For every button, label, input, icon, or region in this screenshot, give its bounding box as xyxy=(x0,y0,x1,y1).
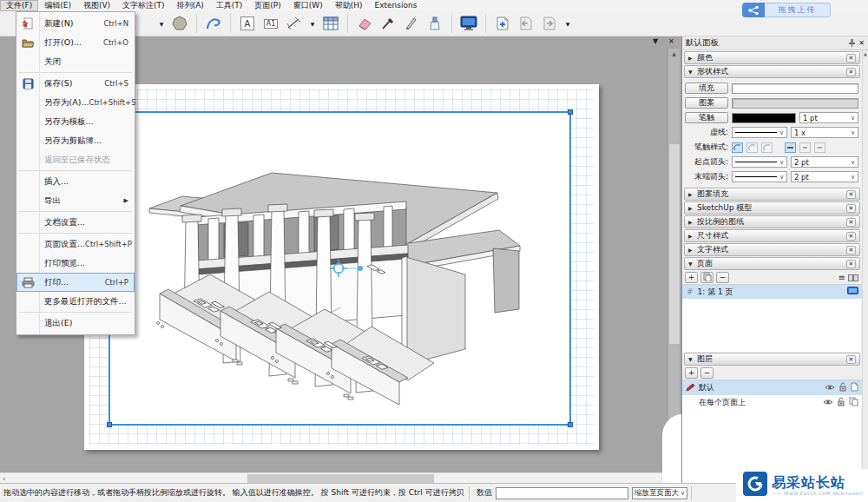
start-arrow-select[interactable]: ∨ xyxy=(732,156,787,168)
page-presentation-icon[interactable] xyxy=(847,287,858,297)
delete-layer-button[interactable]: − xyxy=(700,367,713,379)
scroll-left-icon[interactable]: ‹ xyxy=(3,473,6,483)
close-icon[interactable]: ✕ xyxy=(846,68,856,76)
drag-upload-button[interactable]: 拖拽上传 xyxy=(742,3,831,17)
menu-item-exit[interactable]: 退出(E) xyxy=(16,314,135,333)
section-scaled-drawing[interactable]: ▶ 按比例的图纸 ✕ xyxy=(684,215,860,228)
close-icon[interactable]: ✕ xyxy=(846,260,856,268)
stroke-style-miter-button[interactable] xyxy=(732,142,743,153)
stroke-width-select[interactable]: 1 pt ∨ xyxy=(799,112,858,123)
menu-item-new[interactable]: 新建(N) Ctrl+N xyxy=(16,14,135,33)
menu-file[interactable]: 文件(F) xyxy=(0,0,38,11)
page-icon[interactable] xyxy=(851,382,858,393)
menu-item-export[interactable]: 导出 ▶ xyxy=(16,191,135,210)
panel-scrollbar[interactable]: ▲ xyxy=(862,50,868,483)
scroll-up-icon[interactable]: ▲ xyxy=(668,49,680,56)
stroke-cap-round-button[interactable] xyxy=(799,142,811,153)
selection-handle-bottom-left[interactable] xyxy=(107,422,112,427)
presentation-view-icon[interactable] xyxy=(848,269,858,286)
fill-button[interactable]: 填充 xyxy=(685,83,728,94)
menu-pages[interactable]: 页面(P) xyxy=(248,0,286,11)
menu-text-annotation[interactable]: 文字标注(T) xyxy=(116,0,171,11)
pages-stack-icon[interactable] xyxy=(849,397,858,408)
dimension-tool-dropdown-icon[interactable]: ▼ xyxy=(308,21,317,27)
section-layers[interactable]: ▼ 图层 ✕ xyxy=(684,353,860,366)
menu-arrange[interactable]: 排列(A) xyxy=(171,0,210,11)
dash-scale-select[interactable]: 1 x ∨ xyxy=(791,127,858,138)
style-eyedropper-tool-button[interactable] xyxy=(378,14,398,33)
document-page[interactable] xyxy=(84,84,599,450)
lock-icon[interactable] xyxy=(838,382,847,393)
section-pattern-fill[interactable]: ▶ 图案填充 ✕ xyxy=(684,188,860,201)
circle-tool-dropdown-icon[interactable]: ▼ xyxy=(157,21,166,27)
presentation-tool-button[interactable] xyxy=(459,14,478,33)
pattern-button[interactable]: 图案 xyxy=(685,97,728,109)
stroke-button[interactable]: 笔触 xyxy=(685,112,728,123)
section-shape-style[interactable]: ▼ 形状样式 ✕ xyxy=(684,65,860,78)
next-page-button[interactable] xyxy=(540,14,559,33)
menu-item-save[interactable]: 保存(S) Ctrl+S xyxy=(16,74,135,93)
previous-page-button[interactable] xyxy=(516,14,536,33)
menu-item-page-setup[interactable]: 页面设置... Ctrl+Shift+P xyxy=(16,234,135,254)
end-arrow-select[interactable]: ∨ xyxy=(732,171,787,182)
canvas-horizontal-scrollbar[interactable]: ‹ › xyxy=(0,472,667,483)
fill-swatch[interactable] xyxy=(732,83,858,94)
stroke-cap-flat-button[interactable] xyxy=(785,142,796,153)
section-dimension-style[interactable]: ▶ 尺寸样式 ✕ xyxy=(684,229,860,242)
close-icon[interactable]: ✕ xyxy=(846,355,856,364)
section-text-style[interactable]: ▶ 文字样式 ✕ xyxy=(684,243,860,256)
menu-tools[interactable]: 工具(T) xyxy=(210,0,249,11)
close-icon[interactable]: ✕ xyxy=(846,204,856,213)
lock-icon[interactable] xyxy=(837,397,845,408)
text-tool-button[interactable]: A xyxy=(238,14,257,33)
menu-item-save-as-template[interactable]: 另存为模板... xyxy=(16,112,135,131)
stroke-style-bevel-button[interactable] xyxy=(761,142,773,153)
add-layer-button[interactable]: + xyxy=(685,367,698,379)
close-icon[interactable]: ✕ xyxy=(846,246,856,254)
stroke-color-swatch[interactable] xyxy=(732,113,796,123)
close-icon[interactable]: ✕ xyxy=(846,190,856,199)
vertical-scroll-thumb[interactable] xyxy=(669,144,680,344)
stroke-style-round-button[interactable] xyxy=(746,142,758,153)
menu-item-save-as-scrapbook[interactable]: 另存为剪贴簿... xyxy=(16,131,135,150)
label-tool-button[interactable]: A1 xyxy=(261,14,280,33)
menu-window[interactable]: 窗口(W) xyxy=(287,0,329,11)
document-menu-icon[interactable]: ▼ xyxy=(653,37,658,46)
menu-edit[interactable]: 编辑(E) xyxy=(38,0,77,11)
layer-row-every-page[interactable]: 在每个页面上 xyxy=(682,395,868,410)
eye-icon[interactable] xyxy=(825,384,835,393)
horizontal-scroll-thumb[interactable] xyxy=(247,474,434,483)
menu-item-document-setup[interactable]: 文档设置... xyxy=(16,213,135,232)
menu-item-recent-files[interactable]: 更多最近打开的文件... xyxy=(16,292,135,311)
document-close-icon[interactable]: ✕ xyxy=(668,37,674,46)
toolbar-overflow-icon[interactable]: ▼ xyxy=(563,21,572,27)
scroll-up-icon[interactable]: ▲ xyxy=(863,50,868,56)
add-page-button[interactable] xyxy=(493,14,512,33)
close-icon[interactable]: ✕ xyxy=(846,232,856,241)
menu-item-insert[interactable]: 插入... xyxy=(16,172,135,191)
close-icon[interactable]: ✕ xyxy=(846,54,856,63)
end-arrow-size-select[interactable]: 2 pt ∨ xyxy=(791,171,858,182)
zoom-level-select[interactable]: 缩放至页面大 ∨ xyxy=(632,487,687,499)
menu-item-save-as[interactable]: 另存为(A)... Ctrl+Shift+S xyxy=(16,93,135,112)
stroke-cap-square-button[interactable] xyxy=(814,142,825,153)
eraser-tool-button[interactable] xyxy=(355,14,374,33)
join-tool-button[interactable] xyxy=(425,14,444,33)
selection-handle-top-right[interactable] xyxy=(568,109,573,115)
page-list-row[interactable]: # 1: 第 1 页 xyxy=(682,285,868,299)
delete-page-button[interactable]: − xyxy=(716,272,729,283)
panel-close-icon[interactable]: ✕ xyxy=(858,39,865,47)
layer-row-default[interactable]: 默认 xyxy=(682,380,868,395)
menu-item-open[interactable]: 打开(O)... Ctrl+O xyxy=(16,33,135,52)
menu-item-print[interactable]: 打印... Ctrl+P xyxy=(16,273,135,292)
polygon-tool-button[interactable] xyxy=(170,14,189,33)
list-view-icon[interactable]: ≡ xyxy=(838,273,845,282)
dimension-tool-button[interactable] xyxy=(285,14,304,33)
freehand-tool-button[interactable] xyxy=(204,14,223,33)
split-tool-button[interactable] xyxy=(402,14,421,33)
selection-handle-bottom-right[interactable] xyxy=(568,422,573,427)
measurement-input[interactable] xyxy=(496,487,628,499)
pin-icon[interactable] xyxy=(848,38,856,49)
section-pages[interactable]: ▼ 页面 ✕ xyxy=(684,257,860,270)
eye-icon[interactable] xyxy=(823,399,833,407)
